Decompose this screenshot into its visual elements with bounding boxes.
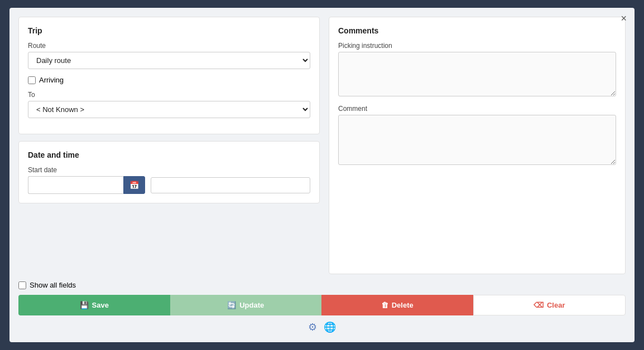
arriving-row: Arriving <box>28 76 310 84</box>
show-all-row: Show all fields <box>18 281 626 289</box>
date-input-wrapper: 12/12/2023 📅 <box>28 176 145 194</box>
delete-icon: 🗑 <box>381 301 388 309</box>
settings-icon[interactable]: ⚙ <box>308 321 317 333</box>
update-icon: 🔄 <box>227 301 236 309</box>
datetime-card: Date and time Start date 12/12/2023 📅 00… <box>18 141 320 203</box>
right-panel: Comments Picking instruction Comment <box>329 17 626 274</box>
comments-title: Comments <box>338 26 616 35</box>
bottom-bar: Show all fields 💾 Save 🔄 Update 🗑 Delete… <box>18 281 626 315</box>
comment-group: Comment <box>338 105 616 167</box>
comment-label: Comment <box>338 105 616 113</box>
delete-button[interactable]: 🗑 Delete <box>321 295 473 315</box>
action-buttons: 💾 Save 🔄 Update 🗑 Delete ⌫ Clear <box>18 295 626 315</box>
time-input-wrapper: 00:00 <box>151 177 310 193</box>
picking-instruction-label: Picking instruction <box>338 42 616 50</box>
picking-instruction-group: Picking instruction <box>338 42 616 98</box>
show-all-label: Show all fields <box>30 281 76 289</box>
arriving-label: Arriving <box>39 76 64 84</box>
clear-label: Clear <box>547 301 565 309</box>
globe-icon[interactable]: 🌐 <box>324 321 336 333</box>
left-panel: Trip Route Daily route Route 2 Route 3 A… <box>18 17 320 274</box>
save-icon: 💾 <box>80 301 89 309</box>
to-label: To <box>28 91 310 99</box>
footer-icons: ⚙ 🌐 <box>18 315 626 333</box>
arriving-checkbox[interactable] <box>28 76 36 84</box>
calendar-button[interactable]: 📅 <box>123 176 145 194</box>
update-label: Update <box>239 301 264 309</box>
save-label: Save <box>92 301 109 309</box>
update-button[interactable]: 🔄 Update <box>170 295 322 315</box>
time-input[interactable]: 00:00 <box>151 177 310 193</box>
modal: × Trip Route Daily route Route 2 Route 3… <box>9 8 635 342</box>
clear-button[interactable]: ⌫ Clear <box>473 295 626 315</box>
start-date-input[interactable]: 12/12/2023 <box>28 176 123 194</box>
start-date-label: Start date <box>28 166 310 174</box>
date-row: 12/12/2023 📅 00:00 <box>28 176 310 194</box>
delete-label: Delete <box>392 301 414 309</box>
main-content: Trip Route Daily route Route 2 Route 3 A… <box>18 17 626 274</box>
datetime-title: Date and time <box>28 150 310 159</box>
comments-card: Comments Picking instruction Comment <box>329 17 626 274</box>
comment-textarea[interactable] <box>338 115 616 165</box>
trip-title: Trip <box>28 26 310 35</box>
close-button[interactable]: × <box>621 13 627 23</box>
to-field-group: To < Not Known > Location A Location B <box>28 91 310 118</box>
to-select[interactable]: < Not Known > Location A Location B <box>28 101 310 118</box>
trip-card: Trip Route Daily route Route 2 Route 3 A… <box>18 17 320 134</box>
show-all-checkbox[interactable] <box>18 281 26 289</box>
calendar-icon: 📅 <box>129 181 139 189</box>
route-label: Route <box>28 42 310 50</box>
save-button[interactable]: 💾 Save <box>18 295 170 315</box>
clear-icon: ⌫ <box>534 301 544 309</box>
route-field-group: Route Daily route Route 2 Route 3 <box>28 42 310 69</box>
route-select[interactable]: Daily route Route 2 Route 3 <box>28 52 310 69</box>
picking-instruction-textarea[interactable] <box>338 52 616 96</box>
